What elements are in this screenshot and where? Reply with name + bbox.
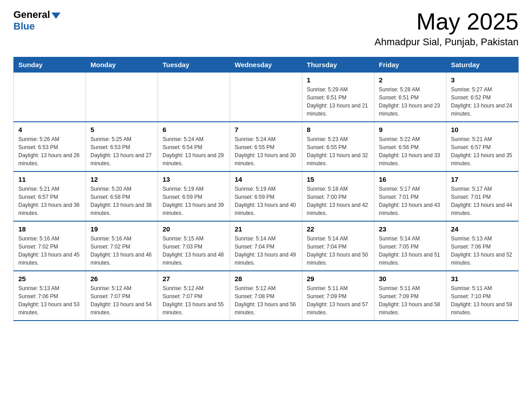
calendar-cell: 14Sunrise: 5:19 AMSunset: 6:59 PMDayligh… <box>230 171 302 221</box>
calendar-cell <box>230 73 302 122</box>
calendar-cell: 26Sunrise: 5:12 AMSunset: 7:07 PMDayligh… <box>86 271 158 321</box>
day-info: Sunrise: 5:29 AMSunset: 6:51 PMDaylight:… <box>307 86 369 118</box>
weekday-header-wednesday: Wednesday <box>230 57 302 73</box>
day-number: 4 <box>18 126 81 133</box>
calendar-cell: 17Sunrise: 5:17 AMSunset: 7:01 PMDayligh… <box>446 171 519 221</box>
day-info: Sunrise: 5:17 AMSunset: 7:01 PMDaylight:… <box>451 185 514 217</box>
calendar-cell: 12Sunrise: 5:20 AMSunset: 6:58 PMDayligh… <box>86 171 158 221</box>
day-info: Sunrise: 5:27 AMSunset: 6:52 PMDaylight:… <box>451 86 514 118</box>
day-number: 15 <box>307 176 369 183</box>
day-info: Sunrise: 5:15 AMSunset: 7:03 PMDaylight:… <box>163 235 225 267</box>
weekday-header-sunday: Sunday <box>14 57 86 73</box>
calendar-cell: 13Sunrise: 5:19 AMSunset: 6:59 PMDayligh… <box>158 171 230 221</box>
day-number: 25 <box>18 275 81 283</box>
month-year-title: May 2025 <box>374 9 519 34</box>
calendar-cell: 15Sunrise: 5:18 AMSunset: 7:00 PMDayligh… <box>302 171 374 221</box>
day-info: Sunrise: 5:18 AMSunset: 7:00 PMDaylight:… <box>307 185 369 217</box>
day-number: 1 <box>307 76 369 84</box>
day-number: 11 <box>18 176 81 183</box>
weekday-header-thursday: Thursday <box>302 57 374 73</box>
day-number: 17 <box>451 176 514 183</box>
day-info: Sunrise: 5:26 AMSunset: 6:53 PMDaylight:… <box>18 135 81 167</box>
day-info: Sunrise: 5:20 AMSunset: 6:58 PMDaylight:… <box>90 185 153 217</box>
weekday-header-monday: Monday <box>86 57 158 73</box>
day-number: 6 <box>163 126 225 133</box>
day-info: Sunrise: 5:21 AMSunset: 6:57 PMDaylight:… <box>451 135 514 167</box>
day-number: 2 <box>379 76 442 84</box>
calendar-cell: 24Sunrise: 5:13 AMSunset: 7:06 PMDayligh… <box>446 221 519 271</box>
logo-general-text: General <box>13 9 50 21</box>
calendar-cell <box>14 73 86 122</box>
day-info: Sunrise: 5:22 AMSunset: 6:56 PMDaylight:… <box>379 135 442 167</box>
day-info: Sunrise: 5:14 AMSunset: 7:05 PMDaylight:… <box>379 235 442 267</box>
day-number: 14 <box>235 176 297 183</box>
calendar-week-row: 18Sunrise: 5:16 AMSunset: 7:02 PMDayligh… <box>14 221 519 271</box>
day-info: Sunrise: 5:16 AMSunset: 7:02 PMDaylight:… <box>90 235 153 267</box>
day-number: 13 <box>163 176 225 183</box>
day-number: 20 <box>163 225 225 233</box>
day-info: Sunrise: 5:12 AMSunset: 7:08 PMDaylight:… <box>235 284 297 317</box>
logo-arrow-icon <box>51 13 60 19</box>
day-number: 21 <box>235 225 297 233</box>
calendar-table: SundayMondayTuesdayWednesdayThursdayFrid… <box>13 57 519 321</box>
day-info: Sunrise: 5:24 AMSunset: 6:55 PMDaylight:… <box>235 135 297 167</box>
calendar-cell: 4Sunrise: 5:26 AMSunset: 6:53 PMDaylight… <box>14 122 86 171</box>
calendar-week-row: 4Sunrise: 5:26 AMSunset: 6:53 PMDaylight… <box>14 122 519 171</box>
day-info: Sunrise: 5:11 AMSunset: 7:09 PMDaylight:… <box>307 284 369 317</box>
day-info: Sunrise: 5:12 AMSunset: 7:07 PMDaylight:… <box>90 284 153 317</box>
calendar-cell: 20Sunrise: 5:15 AMSunset: 7:03 PMDayligh… <box>158 221 230 271</box>
calendar-cell: 29Sunrise: 5:11 AMSunset: 7:09 PMDayligh… <box>302 271 374 321</box>
day-number: 8 <box>307 126 369 133</box>
location-subtitle: Ahmadpur Sial, Punjab, Pakistan <box>374 36 519 48</box>
day-info: Sunrise: 5:19 AMSunset: 6:59 PMDaylight:… <box>163 185 225 217</box>
calendar-cell: 30Sunrise: 5:11 AMSunset: 7:09 PMDayligh… <box>374 271 446 321</box>
calendar-cell: 10Sunrise: 5:21 AMSunset: 6:57 PMDayligh… <box>446 122 519 171</box>
calendar-cell: 7Sunrise: 5:24 AMSunset: 6:55 PMDaylight… <box>230 122 302 171</box>
calendar-cell <box>158 73 230 122</box>
day-info: Sunrise: 5:12 AMSunset: 7:07 PMDaylight:… <box>163 284 225 317</box>
day-info: Sunrise: 5:28 AMSunset: 6:51 PMDaylight:… <box>379 86 442 118</box>
calendar-cell: 28Sunrise: 5:12 AMSunset: 7:08 PMDayligh… <box>230 271 302 321</box>
day-info: Sunrise: 5:11 AMSunset: 7:10 PMDaylight:… <box>451 284 514 317</box>
day-number: 9 <box>379 126 442 133</box>
day-number: 18 <box>18 225 81 233</box>
day-number: 31 <box>451 275 514 283</box>
logo: General Blue <box>13 9 60 32</box>
calendar-cell: 31Sunrise: 5:11 AMSunset: 7:10 PMDayligh… <box>446 271 519 321</box>
calendar-cell: 18Sunrise: 5:16 AMSunset: 7:02 PMDayligh… <box>14 221 86 271</box>
day-info: Sunrise: 5:24 AMSunset: 6:54 PMDaylight:… <box>163 135 225 167</box>
calendar-cell <box>86 73 158 122</box>
calendar-week-row: 25Sunrise: 5:13 AMSunset: 7:06 PMDayligh… <box>14 271 519 321</box>
day-info: Sunrise: 5:19 AMSunset: 6:59 PMDaylight:… <box>235 185 297 217</box>
day-info: Sunrise: 5:25 AMSunset: 6:53 PMDaylight:… <box>90 135 153 167</box>
day-info: Sunrise: 5:14 AMSunset: 7:04 PMDaylight:… <box>235 235 297 267</box>
calendar-cell: 9Sunrise: 5:22 AMSunset: 6:56 PMDaylight… <box>374 122 446 171</box>
day-info: Sunrise: 5:13 AMSunset: 7:06 PMDaylight:… <box>451 235 514 267</box>
day-number: 28 <box>235 275 297 283</box>
calendar-cell: 23Sunrise: 5:14 AMSunset: 7:05 PMDayligh… <box>374 221 446 271</box>
day-number: 26 <box>90 275 153 283</box>
calendar-cell: 8Sunrise: 5:23 AMSunset: 6:55 PMDaylight… <box>302 122 374 171</box>
day-number: 12 <box>90 176 153 183</box>
calendar-cell: 5Sunrise: 5:25 AMSunset: 6:53 PMDaylight… <box>86 122 158 171</box>
calendar-cell: 11Sunrise: 5:21 AMSunset: 6:57 PMDayligh… <box>14 171 86 221</box>
calendar-cell: 6Sunrise: 5:24 AMSunset: 6:54 PMDaylight… <box>158 122 230 171</box>
day-number: 10 <box>451 126 514 133</box>
calendar-cell: 16Sunrise: 5:17 AMSunset: 7:01 PMDayligh… <box>374 171 446 221</box>
day-info: Sunrise: 5:11 AMSunset: 7:09 PMDaylight:… <box>379 284 442 317</box>
day-info: Sunrise: 5:21 AMSunset: 6:57 PMDaylight:… <box>18 185 81 217</box>
day-info: Sunrise: 5:23 AMSunset: 6:55 PMDaylight:… <box>307 135 369 167</box>
calendar-cell: 1Sunrise: 5:29 AMSunset: 6:51 PMDaylight… <box>302 73 374 122</box>
calendar-cell: 25Sunrise: 5:13 AMSunset: 7:06 PMDayligh… <box>14 271 86 321</box>
calendar-cell: 19Sunrise: 5:16 AMSunset: 7:02 PMDayligh… <box>86 221 158 271</box>
day-number: 19 <box>90 225 153 233</box>
weekday-header-friday: Friday <box>374 57 446 73</box>
title-block: May 2025 Ahmadpur Sial, Punjab, Pakistan <box>374 9 519 48</box>
calendar-cell: 22Sunrise: 5:14 AMSunset: 7:04 PMDayligh… <box>302 221 374 271</box>
day-number: 3 <box>451 76 514 84</box>
day-number: 29 <box>307 275 369 283</box>
day-number: 30 <box>379 275 442 283</box>
page-header: General Blue May 2025 Ahmadpur Sial, Pun… <box>13 9 519 48</box>
day-number: 23 <box>379 225 442 233</box>
day-info: Sunrise: 5:14 AMSunset: 7:04 PMDaylight:… <box>307 235 369 267</box>
